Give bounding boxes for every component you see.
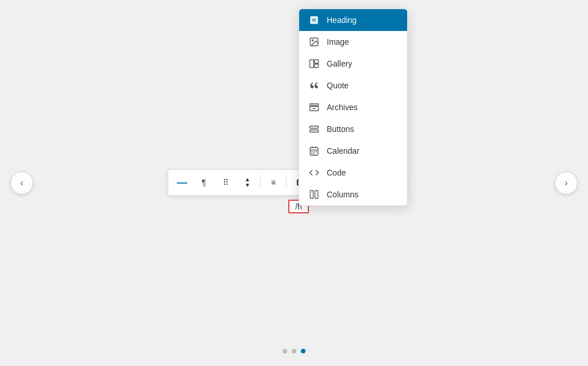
toolbar-divider-1 [260,176,261,189]
dropdown-item-heading-label: Heading [327,15,357,25]
dropdown-item-buttons-label: Buttons [327,124,354,134]
svg-rect-6 [315,64,319,68]
calendar-icon [308,146,320,156]
buttons-icon [308,124,320,134]
block-type-dropdown: H Heading Image Gallery [299,9,408,206]
toolbar-align-button[interactable]: ≡ [263,172,284,193]
dropdown-item-calendar-label: Calendar [327,146,359,155]
paragraph-icon: ¶ [202,178,206,187]
chevron-right-icon: › [564,178,567,188]
svg-rect-10 [310,126,319,129]
dropdown-item-image-label: Image [327,37,349,46]
svg-text:H: H [312,18,316,23]
pagination-dot-1[interactable] [283,349,287,353]
toolbar-paragraph-button[interactable]: ¶ [194,172,214,193]
dropdown-item-quote[interactable]: Quote [299,75,407,96]
svg-point-3 [312,40,313,41]
grid-icon: ⠿ [223,178,229,187]
pagination-dot-3[interactable] [301,349,305,353]
svg-rect-4 [310,60,314,68]
columns-icon [308,189,320,200]
svg-rect-7 [310,104,319,106]
toolbar-drag-button[interactable]: ⠿ [215,172,236,193]
code-icon [308,168,320,178]
svg-rect-11 [310,130,319,133]
dropdown-item-code[interactable]: Code [299,162,407,184]
dropdown-item-columns-label: Columns [327,190,358,199]
dropdown-item-code-label: Code [327,168,346,177]
dropdown-item-buttons[interactable]: Buttons [299,118,407,140]
toolbar-move-button[interactable]: ▲▼ [237,172,258,193]
dropdown-item-image[interactable]: Image [299,31,407,53]
svg-rect-21 [310,190,313,198]
image-icon [308,37,320,47]
toolbar-drag-handle[interactable]: — [172,172,192,193]
gallery-icon [308,59,320,69]
dropdown-item-quote-label: Quote [327,81,349,90]
arrows-icon: ▲▼ [245,177,250,188]
dash-icon: — [177,177,187,189]
dropdown-item-gallery-label: Gallery [327,59,352,68]
dropdown-item-archives[interactable]: Archives [299,96,407,118]
dropdown-item-gallery[interactable]: Gallery [299,53,407,75]
pagination-dot-2[interactable] [292,349,296,353]
dropdown-item-archives-label: Archives [327,103,358,112]
svg-rect-22 [315,190,318,198]
dropdown-item-heading[interactable]: H Heading [299,9,407,31]
nav-next-button[interactable]: › [555,172,578,194]
dropdown-item-calendar[interactable]: Calendar [299,140,407,162]
nav-prev-button[interactable]: ‹ [10,172,33,194]
align-icon: ≡ [271,178,276,187]
svg-rect-5 [315,60,319,63]
heading-icon: H [308,15,320,25]
quote-icon [308,80,320,91]
archives-icon [308,102,320,112]
pagination-dots [283,349,305,353]
dropdown-item-columns[interactable]: Columns [299,184,407,205]
chevron-left-icon: ‹ [20,178,23,188]
toolbar-divider-2 [286,176,287,189]
